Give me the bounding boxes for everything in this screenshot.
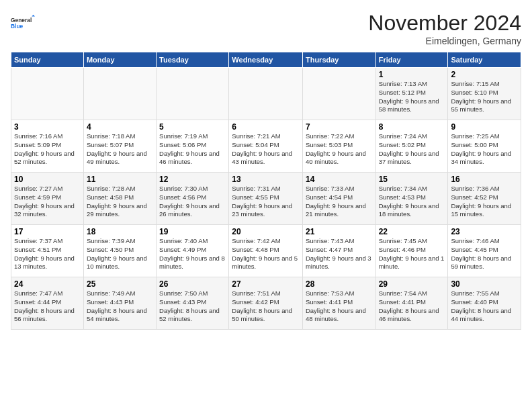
- day-info: Sunrise: 7:54 AMSunset: 4:41 PMDaylight:…: [379, 289, 445, 324]
- day-number: 16: [451, 175, 518, 184]
- day-number: 17: [14, 227, 81, 236]
- calendar-week-3: 10Sunrise: 7:27 AMSunset: 4:59 PMDayligh…: [11, 173, 521, 225]
- calendar-week-1: 1Sunrise: 7:13 AMSunset: 5:12 PMDaylight…: [11, 68, 521, 120]
- calendar-cell: 17Sunrise: 7:37 AMSunset: 4:51 PMDayligh…: [11, 225, 84, 277]
- day-number: 9: [451, 122, 518, 132]
- calendar-cell: 18Sunrise: 7:39 AMSunset: 4:50 PMDayligh…: [83, 225, 156, 277]
- day-info: Sunrise: 7:40 AMSunset: 4:49 PMDaylight:…: [159, 237, 226, 271]
- day-info: Sunrise: 7:47 AMSunset: 4:44 PMDaylight:…: [14, 289, 81, 324]
- day-number: 6: [232, 122, 300, 132]
- day-info: Sunrise: 7:39 AMSunset: 4:50 PMDaylight:…: [87, 237, 153, 271]
- day-info: Sunrise: 7:25 AMSunset: 5:00 PMDaylight:…: [451, 132, 518, 167]
- calendar-cell: 20Sunrise: 7:42 AMSunset: 4:48 PMDayligh…: [229, 225, 303, 277]
- svg-marker-2: [32, 15, 35, 16]
- day-number: 2: [451, 70, 518, 79]
- title-area: November 2024 Eimeldingen, Germany: [368, 11, 521, 46]
- calendar-cell: 26Sunrise: 7:50 AMSunset: 4:43 PMDayligh…: [157, 277, 229, 330]
- calendar-cell: 21Sunrise: 7:43 AMSunset: 4:47 PMDayligh…: [302, 225, 375, 277]
- day-info: Sunrise: 7:15 AMSunset: 5:10 PMDaylight:…: [451, 80, 518, 114]
- calendar-cell: 6Sunrise: 7:21 AMSunset: 5:04 PMDaylight…: [229, 120, 303, 173]
- calendar-cell: 25Sunrise: 7:49 AMSunset: 4:43 PMDayligh…: [83, 277, 156, 330]
- day-number: 4: [87, 122, 153, 132]
- day-info: Sunrise: 7:36 AMSunset: 4:52 PMDaylight:…: [451, 185, 518, 219]
- calendar-cell: 23Sunrise: 7:46 AMSunset: 4:45 PMDayligh…: [448, 225, 521, 277]
- day-info: Sunrise: 7:45 AMSunset: 4:46 PMDaylight:…: [379, 237, 445, 271]
- calendar-cell: 10Sunrise: 7:27 AMSunset: 4:59 PMDayligh…: [11, 173, 84, 225]
- day-info: Sunrise: 7:13 AMSunset: 5:12 PMDaylight:…: [379, 80, 445, 114]
- day-number: 14: [306, 175, 373, 184]
- day-number: 18: [87, 227, 153, 236]
- day-number: 19: [159, 227, 226, 236]
- day-info: Sunrise: 7:49 AMSunset: 4:43 PMDaylight:…: [87, 289, 153, 324]
- day-number: 22: [379, 227, 445, 236]
- calendar-cell: 16Sunrise: 7:36 AMSunset: 4:52 PMDayligh…: [448, 173, 521, 225]
- calendar-week-5: 24Sunrise: 7:47 AMSunset: 4:44 PMDayligh…: [11, 277, 521, 330]
- header-tuesday: Tuesday: [157, 52, 229, 68]
- svg-text:General: General: [11, 17, 32, 24]
- day-info: Sunrise: 7:19 AMSunset: 5:06 PMDaylight:…: [159, 132, 226, 167]
- logo: General Blue: [11, 11, 35, 35]
- svg-text:Blue: Blue: [11, 23, 24, 30]
- day-info: Sunrise: 7:16 AMSunset: 5:09 PMDaylight:…: [14, 132, 81, 167]
- day-info: Sunrise: 7:21 AMSunset: 5:04 PMDaylight:…: [232, 132, 300, 167]
- day-info: Sunrise: 7:28 AMSunset: 4:58 PMDaylight:…: [87, 185, 153, 219]
- header-saturday: Saturday: [448, 52, 521, 68]
- day-info: Sunrise: 7:42 AMSunset: 4:48 PMDaylight:…: [232, 237, 300, 271]
- calendar-cell: 8Sunrise: 7:24 AMSunset: 5:02 PMDaylight…: [375, 120, 448, 173]
- calendar-cell: [302, 68, 375, 120]
- day-number: 1: [379, 70, 445, 79]
- day-info: Sunrise: 7:30 AMSunset: 4:56 PMDaylight:…: [159, 185, 226, 219]
- day-number: 20: [232, 227, 300, 236]
- day-info: Sunrise: 7:24 AMSunset: 5:02 PMDaylight:…: [379, 132, 445, 167]
- day-info: Sunrise: 7:55 AMSunset: 4:40 PMDaylight:…: [451, 289, 518, 324]
- day-number: 7: [306, 122, 373, 132]
- day-number: 25: [87, 279, 153, 289]
- day-number: 5: [159, 122, 226, 132]
- calendar-cell: 7Sunrise: 7:22 AMSunset: 5:03 PMDaylight…: [302, 120, 375, 173]
- day-number: 26: [159, 279, 226, 289]
- day-number: 10: [14, 175, 81, 184]
- day-number: 13: [232, 175, 300, 184]
- logo-svg: General Blue: [11, 11, 35, 35]
- calendar-cell: 29Sunrise: 7:54 AMSunset: 4:41 PMDayligh…: [375, 277, 448, 330]
- calendar-cell: [11, 68, 84, 120]
- day-number: 21: [306, 227, 373, 236]
- calendar-cell: 11Sunrise: 7:28 AMSunset: 4:58 PMDayligh…: [83, 173, 156, 225]
- calendar-cell: 24Sunrise: 7:47 AMSunset: 4:44 PMDayligh…: [11, 277, 84, 330]
- calendar-table: Sunday Monday Tuesday Wednesday Thursday…: [11, 52, 521, 330]
- day-info: Sunrise: 7:46 AMSunset: 4:45 PMDaylight:…: [451, 237, 518, 271]
- calendar-cell: 28Sunrise: 7:53 AMSunset: 4:41 PMDayligh…: [302, 277, 375, 330]
- day-info: Sunrise: 7:34 AMSunset: 4:53 PMDaylight:…: [379, 185, 445, 219]
- calendar-cell: 27Sunrise: 7:51 AMSunset: 4:42 PMDayligh…: [229, 277, 303, 330]
- calendar-cell: 19Sunrise: 7:40 AMSunset: 4:49 PMDayligh…: [157, 225, 229, 277]
- calendar-cell: 3Sunrise: 7:16 AMSunset: 5:09 PMDaylight…: [11, 120, 84, 173]
- day-number: 23: [451, 227, 518, 236]
- calendar-cell: [83, 68, 156, 120]
- calendar-cell: 14Sunrise: 7:33 AMSunset: 4:54 PMDayligh…: [302, 173, 375, 225]
- calendar-cell: [229, 68, 303, 120]
- calendar-cell: 5Sunrise: 7:19 AMSunset: 5:06 PMDaylight…: [157, 120, 229, 173]
- day-number: 8: [379, 122, 445, 132]
- header-monday: Monday: [83, 52, 156, 68]
- calendar-cell: 9Sunrise: 7:25 AMSunset: 5:00 PMDaylight…: [448, 120, 521, 173]
- day-info: Sunrise: 7:27 AMSunset: 4:59 PMDaylight:…: [14, 185, 81, 219]
- calendar-cell: 2Sunrise: 7:15 AMSunset: 5:10 PMDaylight…: [448, 68, 521, 120]
- day-number: 30: [451, 279, 518, 289]
- page-header: General Blue November 2024 Eimeldingen, …: [11, 11, 521, 46]
- calendar-week-4: 17Sunrise: 7:37 AMSunset: 4:51 PMDayligh…: [11, 225, 521, 277]
- day-info: Sunrise: 7:22 AMSunset: 5:03 PMDaylight:…: [306, 132, 373, 167]
- calendar-cell: 30Sunrise: 7:55 AMSunset: 4:40 PMDayligh…: [448, 277, 521, 330]
- day-number: 3: [14, 122, 81, 132]
- header-friday: Friday: [375, 52, 448, 68]
- day-info: Sunrise: 7:37 AMSunset: 4:51 PMDaylight:…: [14, 237, 81, 271]
- month-title: November 2024: [368, 11, 521, 36]
- day-number: 29: [379, 279, 445, 289]
- day-info: Sunrise: 7:50 AMSunset: 4:43 PMDaylight:…: [159, 289, 226, 324]
- header-sunday: Sunday: [11, 52, 84, 68]
- header-wednesday: Wednesday: [229, 52, 303, 68]
- calendar-cell: 4Sunrise: 7:18 AMSunset: 5:07 PMDaylight…: [83, 120, 156, 173]
- day-number: 24: [14, 279, 81, 289]
- day-info: Sunrise: 7:18 AMSunset: 5:07 PMDaylight:…: [87, 132, 153, 167]
- day-number: 12: [159, 175, 226, 184]
- day-number: 11: [87, 175, 153, 184]
